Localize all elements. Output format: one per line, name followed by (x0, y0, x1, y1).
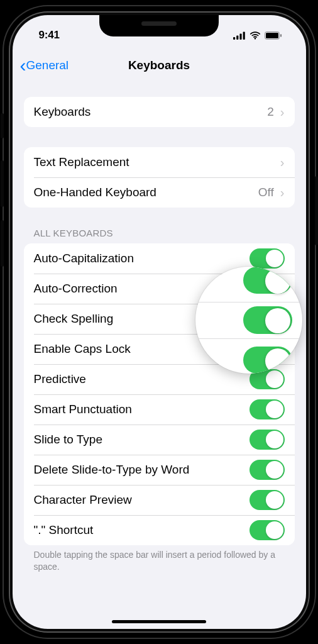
side-button-power (315, 176, 318, 245)
home-indicator[interactable] (112, 620, 206, 623)
wifi-icon (249, 31, 261, 40)
toggle-smart-punctuation[interactable] (249, 399, 285, 419)
magnifier-callout (195, 267, 302, 374)
row-value: 2 (267, 105, 274, 119)
magnified-toggle-icon (243, 306, 292, 333)
row-label: Auto-Correction (34, 282, 118, 296)
side-button-silence (1, 113, 4, 138)
side-button-volume-down (1, 220, 4, 267)
toggle-delete-slide-to-type-by-word[interactable] (249, 460, 285, 480)
status-icons (233, 31, 282, 40)
nav-bar: ‹ General Keyboards (13, 52, 306, 79)
section-header-all-keyboards: ALL KEYBOARDS (34, 228, 295, 238)
svg-rect-1 (236, 35, 238, 40)
toggle-period-shortcut[interactable] (249, 520, 285, 540)
screen: 9:41 ‹ General Keyboards (13, 15, 306, 629)
row-label: Enable Caps Lock (34, 342, 131, 356)
chevron-right-icon: › (280, 186, 285, 200)
row-text-replacement[interactable]: Text Replacement › (24, 147, 295, 177)
row-character-preview: Character Preview (24, 485, 295, 515)
row-value: Off (258, 186, 274, 199)
chevron-right-icon: › (280, 155, 285, 170)
row-delete-slide-to-type-by-word: Delete Slide-to-Type by Word (24, 455, 295, 485)
row-period-shortcut: "." Shortcut (24, 515, 295, 545)
battery-icon (265, 31, 282, 40)
group-text-options: Text Replacement › One-Handed Keyboard O… (24, 147, 295, 208)
row-label: Text Replacement (34, 155, 129, 169)
toggle-character-preview[interactable] (249, 490, 285, 510)
toggle-auto-capitalization[interactable] (249, 248, 285, 269)
group-keyboards: Keyboards 2 › (24, 97, 295, 127)
row-label: One-Handed Keyboard (34, 186, 156, 199)
svg-rect-0 (233, 37, 235, 40)
row-label: Auto-Capitalization (34, 252, 134, 265)
row-label: Character Preview (34, 493, 132, 507)
device-frame: 9:41 ‹ General Keyboards (4, 6, 315, 638)
signal-icon (233, 31, 246, 40)
row-label: Check Spelling (34, 312, 114, 326)
notch (99, 15, 219, 36)
row-label: Slide to Type (34, 433, 103, 447)
row-label: Predictive (34, 372, 86, 386)
row-smart-punctuation: Smart Punctuation (24, 394, 295, 425)
row-label: Delete Slide-to-Type by Word (34, 463, 190, 477)
side-button-volume-up (1, 160, 4, 207)
row-keyboards[interactable]: Keyboards 2 › (24, 97, 295, 127)
svg-rect-2 (239, 33, 241, 40)
chevron-right-icon: › (280, 105, 285, 119)
row-label: "." Shortcut (34, 523, 94, 537)
row-label: Keyboards (34, 105, 91, 119)
row-label: Smart Punctuation (34, 402, 132, 416)
svg-rect-3 (243, 31, 244, 40)
row-one-handed-keyboard[interactable]: One-Handed Keyboard Off › (24, 177, 295, 208)
svg-rect-6 (280, 34, 282, 37)
svg-rect-5 (266, 33, 278, 38)
row-slide-to-type: Slide to Type (24, 425, 295, 455)
footer-description: Double tapping the space bar will insert… (34, 549, 285, 573)
toggle-slide-to-type[interactable] (249, 430, 285, 450)
page-title: Keyboards (13, 58, 306, 72)
status-time: 9:41 (39, 29, 60, 42)
